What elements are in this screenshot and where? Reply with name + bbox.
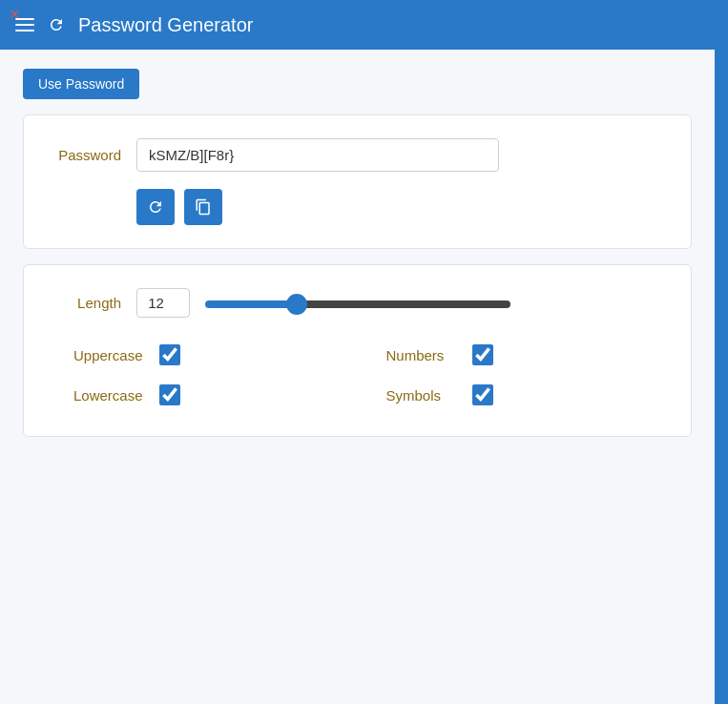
option-uppercase: Uppercase <box>73 344 348 365</box>
header-refresh-icon[interactable] <box>48 16 65 33</box>
symbols-label: Symbols <box>386 387 463 404</box>
password-card: Password <box>23 114 692 249</box>
option-symbols: Symbols <box>386 384 661 405</box>
numbers-label: Numbers <box>386 347 463 363</box>
options-grid: Uppercase Numbers Lowercase Symbols <box>54 344 660 405</box>
length-row: Length <box>54 288 660 318</box>
copy-button[interactable] <box>184 189 222 225</box>
regenerate-button[interactable] <box>136 189 175 225</box>
slider-container <box>205 295 510 312</box>
symbols-checkbox[interactable] <box>472 384 493 405</box>
password-label: Password <box>54 147 121 163</box>
length-slider[interactable] <box>205 300 510 308</box>
main-panel: Password Generator Use Password Password <box>0 0 715 704</box>
header-title: Password Generator <box>78 14 253 36</box>
uppercase-label: Uppercase <box>73 347 150 363</box>
numbers-checkbox[interactable] <box>472 344 493 365</box>
header: Password Generator <box>0 0 715 50</box>
length-input[interactable] <box>136 288 190 318</box>
lowercase-checkbox[interactable] <box>159 384 180 405</box>
password-input[interactable] <box>136 138 499 172</box>
password-row: Password <box>54 138 660 172</box>
length-label: Length <box>54 295 121 311</box>
password-action-buttons <box>136 189 660 225</box>
uppercase-checkbox[interactable] <box>159 344 180 365</box>
use-password-button[interactable]: Use Password <box>23 69 139 99</box>
close-button[interactable]: × <box>10 6 20 23</box>
content-area: Use Password Password <box>0 50 715 456</box>
length-options-card: Length Uppercase Numbers Lowercase <box>23 264 692 437</box>
lowercase-label: Lowercase <box>73 387 150 404</box>
right-border-accent <box>715 0 728 704</box>
option-numbers: Numbers <box>386 344 661 365</box>
option-lowercase: Lowercase <box>73 384 348 405</box>
